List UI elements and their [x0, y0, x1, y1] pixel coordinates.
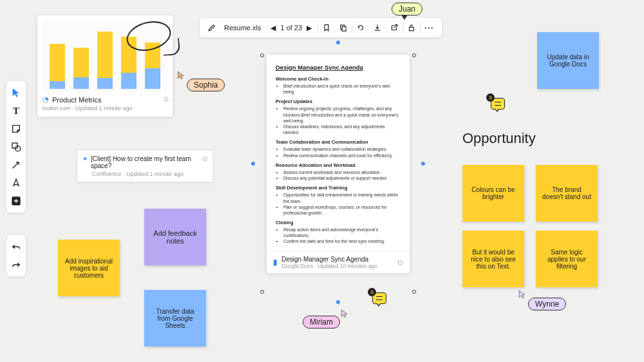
- tool-add[interactable]: [8, 193, 24, 209]
- tool-shape[interactable]: [8, 139, 24, 155]
- sticky-brand[interactable]: The brand doesn't stand out: [536, 165, 598, 222]
- sticky-colours[interactable]: Colours can be brighter: [462, 165, 524, 222]
- sticky-transfer[interactable]: Transfer data from Google Sheets: [144, 290, 206, 347]
- doc-section-heading: Welcome and Check-In: [276, 76, 401, 82]
- doc-section-heading: Closing: [276, 220, 401, 226]
- selection-handle[interactable]: [260, 290, 264, 294]
- selection-handle[interactable]: [260, 53, 264, 57]
- card-more-icon[interactable]: ⊙: [164, 95, 169, 102]
- card-title: Product Metrics: [52, 96, 101, 104]
- tool-pen[interactable]: [8, 175, 24, 191]
- user-label-juan: Juan: [392, 3, 422, 15]
- copy-icon[interactable]: [335, 18, 352, 37]
- user-label-sophia: Sophia: [187, 79, 225, 91]
- cursor-wynne-icon: [518, 290, 527, 299]
- doc-bullet: Discuss any potential adjustments or sup…: [283, 175, 401, 181]
- doc-more-icon[interactable]: ⊙: [397, 258, 403, 267]
- card-conf-title: [Client] How to create my first team spa…: [91, 155, 199, 169]
- tool-select[interactable]: [8, 85, 24, 100]
- page-prev-button[interactable]: ◀: [269, 24, 278, 32]
- doc-bullet: Plan or suggest workshops, courses, or r…: [283, 204, 401, 216]
- selection-mid-handle[interactable]: [251, 162, 255, 166]
- undo-button[interactable]: [8, 239, 24, 254]
- comment-bubble[interactable]: 3: [372, 292, 386, 304]
- page-indicator: 1 of 23: [280, 24, 302, 32]
- toolbox-history: [6, 235, 26, 276]
- download-icon[interactable]: [369, 18, 386, 37]
- doc-footer-title: Design Manager Sync Agenda: [281, 256, 377, 263]
- card-confluence[interactable]: ✦ [Client] How to create my first team s…: [77, 151, 213, 182]
- doc-bullet: Review communication channels and tools …: [283, 153, 401, 158]
- heading-opportunity: Opportunity: [462, 130, 536, 147]
- doc-bullet: Opportunities for skill enhancement or t…: [283, 192, 401, 204]
- doc-bullet: Review ongoing projects: progress, chall…: [283, 106, 401, 124]
- doc-bullet: Evaluate team dynamics and collaboration…: [283, 146, 401, 152]
- confluence-icon: ✦: [82, 155, 88, 162]
- comment-bubble[interactable]: 3: [491, 98, 505, 110]
- sticky-nice[interactable]: But it would be nice to also see this on…: [462, 231, 524, 287]
- doc-bullet: Assess current workloads and resource al…: [283, 169, 401, 175]
- doc-section-heading: Resource Allocation and Workload: [276, 162, 401, 169]
- doc-bullet: Discuss deadlines, milestones, and any a…: [283, 124, 401, 135]
- doc-section-heading: Project Updates: [276, 99, 401, 105]
- card-updated: Updated 1 minute ago: [75, 105, 133, 111]
- refresh-icon[interactable]: [352, 18, 369, 37]
- chart-product-metrics: [43, 21, 167, 91]
- document-toolbar: Resume.xls ◀ 1 of 23 ▶ •••: [200, 18, 442, 37]
- selection-handle[interactable]: [412, 53, 416, 57]
- sticky-feedback[interactable]: Add feedback notes: [144, 209, 206, 265]
- doc-card[interactable]: Design Manager Sync AgendaWelcome and Ch…: [267, 55, 410, 273]
- redo-button[interactable]: [8, 257, 24, 272]
- card-conf-updated: Updated 1 minute ago: [126, 171, 184, 177]
- doc-footer-source: Google Docs: [281, 263, 313, 269]
- user-label-miriam: Miriam: [303, 316, 340, 329]
- toolbox: T: [6, 81, 26, 213]
- card-conf-more-icon[interactable]: ⊙: [202, 155, 207, 162]
- tool-arrow[interactable]: [8, 157, 24, 173]
- card-product-metrics[interactable]: ◔ Product Metrics looker.com · Updated 1…: [37, 15, 173, 117]
- more-icon[interactable]: •••: [421, 18, 438, 37]
- selection-mid-handle[interactable]: [421, 162, 425, 166]
- card-source: looker.com: [43, 105, 71, 111]
- svg-point-1: [15, 146, 21, 151]
- bookmark-icon[interactable]: [318, 18, 335, 37]
- open-external-icon[interactable]: [386, 18, 402, 37]
- doc-heading: Design Manager Sync Agenda: [276, 64, 401, 72]
- svg-rect-0: [12, 143, 17, 148]
- tool-sticky[interactable]: [8, 121, 24, 137]
- gdocs-icon: ▮: [273, 258, 278, 267]
- selection-handle[interactable]: [412, 290, 416, 294]
- lock-icon[interactable]: [403, 18, 420, 37]
- sticky-update[interactable]: Update data in Google Docs: [537, 32, 599, 89]
- doc-section-heading: Team Collaboration and Communication: [276, 139, 401, 146]
- doc-bullet: Recap action items and acknowledge every…: [283, 227, 401, 238]
- comment-count: 3: [368, 288, 376, 296]
- user-label-wynne: Wynne: [528, 298, 566, 310]
- selection-mid-handle[interactable]: [336, 300, 340, 304]
- page-next-button[interactable]: ▶: [305, 24, 314, 32]
- comment-count: 3: [486, 93, 495, 102]
- cursor-miriam-icon: [340, 309, 349, 318]
- svg-rect-4: [342, 26, 346, 31]
- card-conf-source: Confluence: [92, 171, 122, 177]
- looker-icon: ◔: [43, 95, 49, 104]
- doc-bullet: Brief introduction and a quick check on …: [283, 83, 401, 95]
- doc-bullet: Confirm the date and time for the next s…: [283, 238, 401, 244]
- doc-section-heading: Skill Development and Training: [276, 185, 401, 191]
- sticky-inspirational[interactable]: Add inspirational images to aid customer…: [58, 240, 120, 296]
- doc-footer-updated: Updated 10 minutes ago: [317, 263, 377, 269]
- sticky-same[interactable]: Same logic applies to our filtering: [536, 231, 598, 287]
- tool-text[interactable]: T: [8, 103, 24, 119]
- filename[interactable]: Resume.xls: [220, 18, 265, 37]
- selection-mid-handle[interactable]: [336, 41, 340, 44]
- svg-rect-5: [410, 27, 414, 30]
- cursor-sophia-icon: [176, 71, 185, 80]
- edit-icon[interactable]: [204, 18, 220, 37]
